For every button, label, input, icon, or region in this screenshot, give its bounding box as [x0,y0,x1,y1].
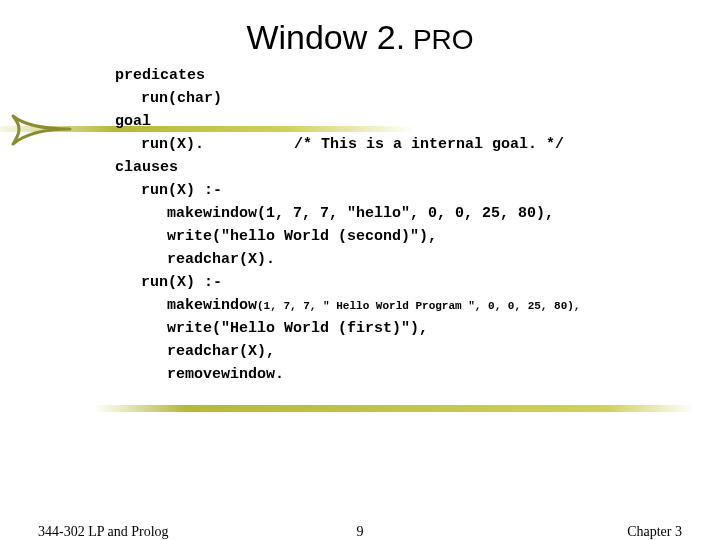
code-line: readchar(X), [115,343,720,360]
footer-center: 9 [0,524,720,540]
swoosh-tail-icon [0,108,75,152]
code-block: predicates run(char) goal run(X). /* Thi… [115,67,720,383]
decorative-underline-bottom [95,405,695,412]
code-line: run(X) :- [115,274,720,291]
code-line: removewindow. [115,366,720,383]
code-line: readchar(X). [115,251,720,268]
code-line: predicates [115,67,720,84]
code-line: goal [115,113,720,130]
code-line: write("hello World (second)"), [115,228,720,245]
footer-right: Chapter 3 [627,524,682,540]
code-line: run(X). /* This is a internal goal. */ [115,136,720,153]
code-line: write("Hello World (first)"), [115,320,720,337]
code-line: run(char) [115,90,720,107]
code-line: run(X) :- [115,182,720,199]
title-part2: PRO [405,24,473,55]
code-line: makewindow(1, 7, 7, " Hello World Progra… [115,297,720,314]
code-line: clauses [115,159,720,176]
title-part1: Window 2. [246,18,405,56]
slide-title: Window 2. PRO [0,0,720,57]
code-line: makewindow(1, 7, 7, "hello", 0, 0, 25, 8… [115,205,720,222]
